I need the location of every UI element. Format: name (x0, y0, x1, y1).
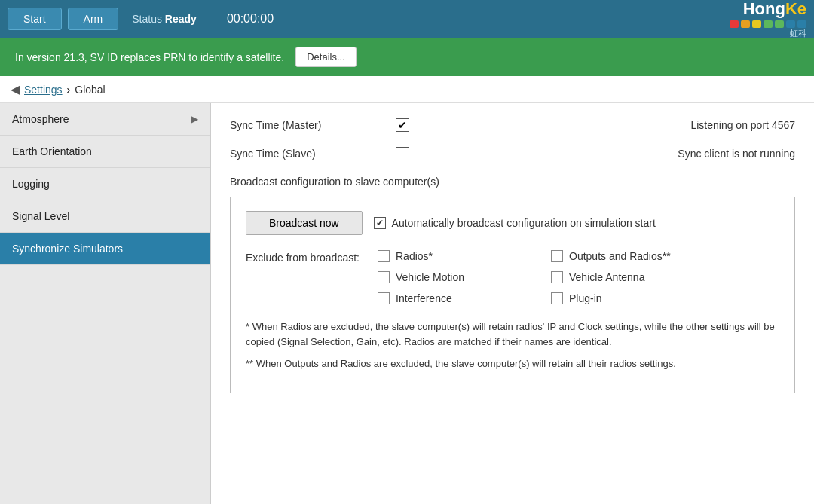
sync-time-master-status: Listening on port 4567 (569, 119, 795, 131)
breadcrumb: ◀ Settings › Global (0, 76, 814, 103)
logo-dot-3 (752, 20, 761, 28)
exclude-label: Exclude from broadcast: (246, 250, 366, 264)
exclude-vehicle-motion-checkbox[interactable] (378, 271, 390, 283)
sync-time-slave-checkbox[interactable] (396, 147, 409, 160)
exclude-vehicle-antenna-checkbox[interactable] (551, 271, 563, 283)
breadcrumb-current: Global (75, 84, 105, 96)
logo-text: HongKe (743, 0, 806, 19)
exclude-vehicle-motion-label: Vehicle Motion (396, 271, 464, 283)
exclude-row: Exclude from broadcast: Radios* Outputs … (246, 250, 779, 304)
exclude-outputs-radios: Outputs and Radios** (551, 250, 739, 262)
chevron-right-icon: ▶ (191, 114, 198, 124)
exclude-outputs-radios-checkbox[interactable] (551, 250, 563, 262)
details-button[interactable]: Details... (295, 47, 357, 67)
sidebar-item-earth-orientation[interactable]: Earth Orientation (0, 136, 210, 168)
exclude-outputs-radios-label: Outputs and Radios** (569, 250, 671, 262)
logo-dot-7 (797, 20, 806, 28)
logo-dots (730, 20, 806, 28)
sidebar-item-logging[interactable]: Logging (0, 168, 210, 200)
breadcrumb-separator: › (67, 84, 71, 96)
sync-time-master-label: Sync Time (Master) (230, 119, 381, 131)
status-value: Ready (165, 13, 197, 25)
logo-dot-2 (741, 20, 750, 28)
note2: ** When Outputs and Radios are excluded,… (246, 356, 779, 371)
sync-time-master-checkbox[interactable]: ✔ (396, 118, 409, 132)
sidebar-item-signal-level[interactable]: Signal Level (0, 200, 210, 233)
info-message: In version 21.3, SV ID replaces PRN to i… (15, 51, 284, 63)
sidebar-item-synchronize-simulators[interactable]: Synchronize Simulators (0, 233, 210, 265)
broadcast-section: Broadcast configuration to slave compute… (230, 176, 795, 393)
status-label: Status Ready (132, 13, 197, 25)
exclude-plugin-label: Plug-in (569, 292, 602, 304)
timer: 00:00:00 (227, 12, 274, 26)
exclude-interference-checkbox[interactable] (378, 292, 390, 304)
exclude-interference-label: Interference (396, 292, 452, 304)
info-bar: In version 21.3, SV ID replaces PRN to i… (0, 38, 814, 76)
logo-dot-5 (775, 20, 784, 28)
broadcast-section-title: Broadcast configuration to slave compute… (230, 176, 795, 188)
exclude-plugin: Plug-in (551, 292, 739, 304)
settings-link[interactable]: Settings (24, 84, 63, 96)
logo-dot-6 (786, 20, 795, 28)
exclude-vehicle-motion: Vehicle Motion (378, 271, 528, 283)
broadcast-top-row: Broadcast now ✔ Automatically broadcast … (246, 211, 779, 235)
broadcast-box: Broadcast now ✔ Automatically broadcast … (230, 197, 795, 393)
sidebar: Atmosphere ▶ Earth Orientation Logging S… (0, 103, 211, 504)
top-bar: Start Arm Status Ready 00:00:00 HongKe 虹… (0, 0, 814, 38)
arm-button[interactable]: Arm (68, 8, 119, 30)
auto-broadcast-label: ✔ Automatically broadcast configuration … (374, 217, 656, 229)
notes-section: * When Radios are excluded, the slave co… (246, 319, 779, 371)
exclude-interference: Interference (378, 292, 528, 304)
auto-broadcast-checkbox[interactable]: ✔ (374, 217, 386, 229)
sync-time-master-row: Sync Time (Master) ✔ Listening on port 4… (230, 118, 795, 132)
broadcast-now-button[interactable]: Broadcast now (246, 211, 363, 235)
logo-sub: 虹科 (790, 28, 806, 39)
exclude-vehicle-antenna: Vehicle Antenna (551, 271, 739, 283)
exclude-checkboxes: Radios* Outputs and Radios** Vehicle Mot… (378, 250, 779, 304)
sync-time-slave-row: Sync Time (Slave) Sync client is not run… (230, 147, 795, 160)
exclude-plugin-checkbox[interactable] (551, 292, 563, 304)
note1: * When Radios are excluded, the slave co… (246, 319, 779, 349)
back-arrow[interactable]: ◀ (11, 82, 20, 96)
content: Sync Time (Master) ✔ Listening on port 4… (211, 103, 814, 504)
logo: HongKe 虹科 (730, 0, 806, 39)
logo-dot-4 (764, 20, 773, 28)
main-layout: Atmosphere ▶ Earth Orientation Logging S… (0, 103, 814, 504)
exclude-radios-checkbox[interactable] (378, 250, 390, 262)
exclude-vehicle-antenna-label: Vehicle Antenna (569, 271, 644, 283)
sidebar-item-atmosphere[interactable]: Atmosphere ▶ (0, 103, 210, 136)
sync-time-slave-status: Sync client is not running (569, 148, 795, 160)
exclude-radios-label: Radios* (396, 250, 433, 262)
start-button[interactable]: Start (8, 8, 62, 30)
logo-dot-1 (730, 20, 739, 28)
exclude-radios: Radios* (378, 250, 528, 262)
sync-time-slave-label: Sync Time (Slave) (230, 148, 381, 160)
